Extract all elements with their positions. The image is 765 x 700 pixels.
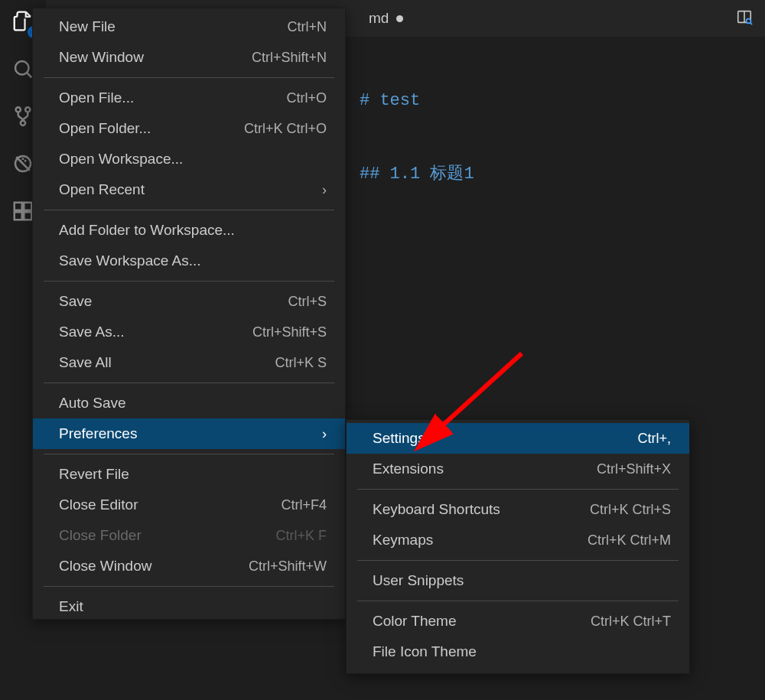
menu-item-label: Open Workspace...: [59, 151, 183, 168]
menu-item-label: Save Workspace As...: [59, 252, 201, 269]
menu-item-shortcut: Ctrl+K S: [275, 355, 327, 371]
file-menu-item-exit[interactable]: Exit: [33, 591, 345, 622]
menu-item-label: Keymaps: [373, 532, 433, 549]
svg-line-14: [750, 22, 752, 24]
menu-separator: [44, 454, 334, 454]
file-menu-item-close-folder: Close FolderCtrl+K F: [33, 520, 345, 551]
menu-item-label: Revert File: [59, 466, 129, 483]
file-menu-item-open-file[interactable]: Open File...Ctrl+O: [33, 83, 345, 113]
file-menu-item-auto-save[interactable]: Auto Save: [33, 388, 345, 418]
menu-item-shortcut: Ctrl+F4: [281, 497, 327, 513]
svg-line-1: [27, 73, 31, 77]
file-menu-item-revert-file[interactable]: Revert File: [33, 459, 345, 490]
file-menu-item-open-folder[interactable]: Open Folder...Ctrl+K Ctrl+O: [33, 113, 345, 144]
menu-item-label: Exit: [59, 598, 83, 615]
file-menu-item-close-editor[interactable]: Close EditorCtrl+F4: [33, 490, 345, 520]
preferences-menu-item-keyboard-shortcuts[interactable]: Keyboard ShortcutsCtrl+K Ctrl+S: [347, 494, 689, 525]
svg-line-15: [438, 353, 522, 430]
menu-item-label: Open Recent: [59, 181, 145, 198]
menu-item-shortcut: Ctrl+Shift+W: [249, 558, 327, 575]
menu-separator: [357, 601, 679, 601]
layout-icon[interactable]: [736, 8, 753, 29]
menu-item-label: Extensions: [373, 461, 444, 477]
menu-item-label: Open File...: [59, 90, 134, 106]
file-menu-item-open-workspace[interactable]: Open Workspace...: [33, 144, 345, 174]
svg-point-3: [25, 107, 30, 112]
svg-point-4: [21, 121, 25, 125]
menu-separator: [44, 586, 334, 587]
menu-item-label: Save All: [59, 354, 112, 371]
preferences-menu-item-color-theme[interactable]: Color ThemeCtrl+K Ctrl+T: [347, 606, 689, 637]
menu-item-shortcut: Ctrl+S: [288, 294, 327, 310]
file-menu-item-new-file[interactable]: New FileCtrl+N: [33, 11, 345, 42]
svg-rect-8: [24, 203, 31, 210]
file-menu-item-new-window[interactable]: New WindowCtrl+Shift+N: [33, 42, 345, 73]
file-menu-item-preferences[interactable]: Preferences›: [33, 418, 345, 449]
chevron-right-icon: ›: [322, 426, 327, 442]
menu-item-label: New File: [59, 18, 116, 35]
menu-item-label: Color Theme: [373, 613, 456, 630]
menu-item-label: Close Editor: [59, 497, 138, 513]
svg-point-0: [15, 61, 29, 75]
menu-item-shortcut: Ctrl+K F: [275, 528, 327, 544]
preferences-submenu: SettingsCtrl+,ExtensionsCtrl+Shift+XKeyb…: [346, 419, 690, 674]
menu-item-label: Keyboard Shortcuts: [373, 501, 500, 518]
menu-item-label: Close Window: [59, 558, 151, 575]
menu-item-label: Open Folder...: [59, 120, 151, 137]
menu-item-label: Close Folder: [59, 527, 142, 544]
svg-rect-10: [24, 212, 31, 220]
preferences-menu-item-extensions[interactable]: ExtensionsCtrl+Shift+X: [347, 454, 689, 484]
modified-indicator-icon: [396, 15, 403, 22]
editor-line: ## 1.1 标题1: [360, 162, 757, 187]
menu-item-label: Save: [59, 293, 92, 310]
preferences-menu-item-user-snippets[interactable]: User Snippets: [347, 565, 689, 596]
file-menu-item-save-all[interactable]: Save AllCtrl+K S: [33, 347, 345, 378]
menu-item-shortcut: Ctrl+K Ctrl+M: [588, 532, 671, 549]
file-menu-item-add-folder-to-workspace[interactable]: Add Folder to Workspace...: [33, 215, 345, 246]
menu-item-label: Auto Save: [59, 395, 126, 412]
editor-tab[interactable]: md: [352, 0, 420, 37]
editor-line: # test: [360, 89, 757, 113]
menu-item-shortcut: Ctrl+Shift+S: [252, 324, 327, 340]
file-menu-item-save-as[interactable]: Save As...Ctrl+Shift+S: [33, 317, 345, 347]
menu-item-shortcut: Ctrl+,: [637, 431, 671, 447]
file-menu-item-save[interactable]: SaveCtrl+S: [33, 286, 345, 317]
editor-area[interactable]: # test ## 1.1 标题1: [360, 40, 757, 211]
preferences-menu-item-keymaps[interactable]: KeymapsCtrl+K Ctrl+M: [347, 525, 689, 555]
svg-point-2: [16, 107, 21, 112]
chevron-right-icon: ›: [322, 182, 327, 198]
menu-item-label: Add Folder to Workspace...: [59, 222, 235, 239]
menu-separator: [357, 489, 679, 490]
menu-item-shortcut: Ctrl+K Ctrl+S: [590, 502, 671, 518]
menu-item-shortcut: Ctrl+Shift+N: [252, 50, 327, 66]
menu-item-shortcut: Ctrl+Shift+X: [597, 461, 671, 477]
file-menu-item-save-workspace-as[interactable]: Save Workspace As...: [33, 246, 345, 276]
preferences-menu-item-file-icon-theme[interactable]: File Icon Theme: [347, 637, 689, 667]
menu-item-shortcut: Ctrl+K Ctrl+T: [591, 614, 671, 630]
file-menu-item-open-recent[interactable]: Open Recent›: [33, 174, 345, 205]
menu-item-shortcut: Ctrl+N: [287, 19, 327, 35]
menu-separator: [44, 210, 334, 210]
preferences-menu-item-settings[interactable]: SettingsCtrl+,: [347, 423, 689, 454]
svg-rect-9: [15, 212, 22, 220]
file-menu: New FileCtrl+NNew WindowCtrl+Shift+NOpen…: [32, 8, 346, 620]
menu-item-label: New Window: [59, 49, 144, 66]
menu-item-label: File Icon Theme: [373, 643, 477, 660]
file-menu-item-close-window[interactable]: Close WindowCtrl+Shift+W: [33, 551, 345, 581]
editor-tab-name: md: [369, 10, 389, 27]
menu-item-label: User Snippets: [373, 572, 464, 589]
menu-separator: [357, 560, 679, 561]
svg-rect-7: [15, 203, 22, 210]
menu-item-shortcut: Ctrl+O: [286, 90, 327, 106]
svg-point-13: [747, 18, 751, 23]
menu-item-shortcut: Ctrl+K Ctrl+O: [244, 121, 327, 137]
menu-separator: [44, 77, 334, 78]
menu-separator: [44, 281, 334, 282]
menu-separator: [44, 383, 334, 383]
menu-item-label: Preferences: [59, 425, 137, 442]
menu-item-label: Save As...: [59, 324, 125, 340]
menu-item-label: Settings: [373, 430, 425, 447]
